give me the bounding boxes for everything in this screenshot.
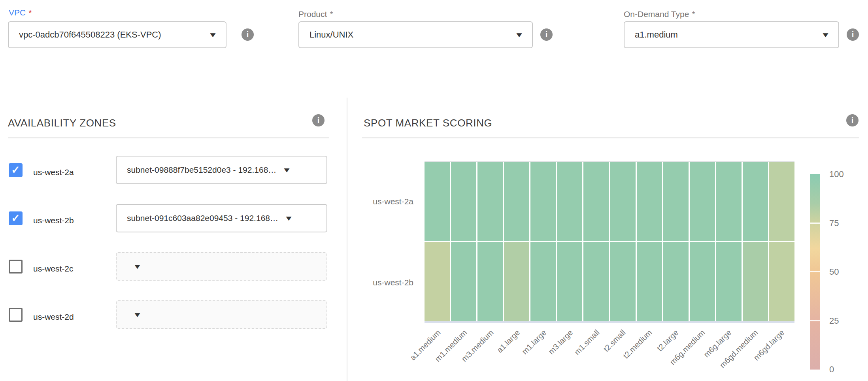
x-axis-label: t2.medium — [600, 328, 654, 381]
heatmap-cell[interactable] — [610, 162, 635, 241]
subnet-select-us-west-2a[interactable]: subnet-09888f7be5152d0e3 - 192.168… ▼ — [116, 156, 327, 184]
spot-configuration-page: VPC* vpc-0adcb70f645508223 (EKS-VPC) ▼ i… — [0, 0, 868, 381]
x-axis-label: a1.large — [468, 328, 522, 381]
heatmap-cell[interactable] — [769, 162, 794, 241]
heatmap-cell[interactable] — [690, 242, 715, 321]
heatmap-cell[interactable] — [637, 162, 662, 241]
vpc-label: VPC* — [9, 8, 32, 17]
heatmap-cell[interactable] — [477, 242, 503, 321]
heatmap-cell[interactable] — [610, 242, 635, 321]
heatmap-cell[interactable] — [743, 242, 768, 321]
info-glyph: i — [545, 30, 548, 39]
heatmap-cell[interactable] — [716, 242, 742, 321]
x-axis-label: m3.medium — [442, 328, 495, 381]
on-demand-type-select-value: a1.medium — [635, 30, 815, 40]
product-label: Product* — [298, 9, 333, 19]
heatmap-cell[interactable] — [504, 242, 529, 321]
subnet-select-us-west-2b[interactable]: subnet-091c603aa82e09453 - 192.168… ▼ — [116, 204, 327, 232]
x-axis-label: m3.large — [521, 328, 574, 381]
x-axis-label: t2.large — [626, 328, 680, 381]
heatmap-cell[interactable] — [663, 162, 689, 241]
az-checkbox-us-west-2a[interactable]: ✓ — [9, 163, 23, 177]
on-demand-type-info-icon[interactable]: i — [847, 28, 859, 41]
heatmap-cell[interactable] — [690, 162, 715, 241]
colorbar-tick-line — [810, 320, 820, 321]
product-label-text: Product — [298, 9, 327, 19]
x-axis-label: m1.large — [494, 328, 548, 381]
x-axis-label: a1.medium — [389, 328, 442, 381]
heatmap-cell[interactable] — [451, 242, 476, 321]
spot-market-scoring-info-icon[interactable]: i — [846, 114, 859, 126]
chevron-down-icon: ▼ — [133, 311, 142, 318]
heatmap-cell[interactable] — [743, 162, 768, 241]
heatmap-cell[interactable] — [530, 242, 556, 321]
on-demand-required-asterisk: * — [692, 9, 695, 19]
product-info-icon[interactable]: i — [540, 28, 553, 41]
heatmap-y-axis: us-west-2aus-west-2b — [348, 161, 413, 323]
chevron-down-icon: ▼ — [133, 263, 142, 270]
heatmap-cell[interactable] — [716, 162, 742, 241]
heatmap-cell[interactable] — [663, 242, 689, 321]
colorbar-tick-label: 0 — [829, 364, 834, 375]
info-glyph: i — [851, 116, 854, 125]
heatmap-cell[interactable] — [425, 242, 450, 321]
vpc-info-icon[interactable]: i — [242, 28, 254, 41]
az-checkbox-us-west-2c[interactable] — [9, 260, 23, 273]
availability-zones-rule — [8, 138, 329, 138]
heatmap-cell[interactable] — [637, 242, 662, 321]
y-axis-label: us-west-2a — [373, 197, 413, 206]
checkmark-icon: ✓ — [11, 213, 20, 224]
colorbar-tick-line — [810, 223, 820, 224]
x-axis-label: m6gd.medium — [706, 328, 759, 381]
colorbar-tick-line — [810, 271, 820, 272]
product-required-asterisk: * — [330, 9, 333, 19]
chevron-down-icon: ▼ — [515, 32, 524, 38]
heatmap-cell[interactable] — [583, 242, 609, 321]
info-glyph: i — [317, 116, 320, 125]
subnet-select-value: subnet-09888f7be5152d0e3 - 192.168… — [127, 165, 276, 175]
heatmap-cell[interactable] — [557, 162, 582, 241]
az-label-us-west-2c: us-west-2c — [33, 264, 74, 273]
vpc-select[interactable]: vpc-0adcb70f645508223 (EKS-VPC) ▼ — [8, 21, 226, 48]
x-axis-label: m6gd.large — [732, 328, 786, 381]
vpc-label-text: VPC — [9, 8, 26, 17]
availability-zones-title: AVAILABILITY ZONES — [8, 117, 116, 129]
az-checkbox-us-west-2b[interactable]: ✓ — [9, 211, 23, 225]
heatmap-cell[interactable] — [769, 242, 794, 321]
on-demand-type-select[interactable]: a1.medium ▼ — [624, 21, 839, 48]
chevron-down-icon: ▼ — [208, 32, 218, 38]
on-demand-type-label-text: On-Demand Type — [624, 9, 689, 19]
spot-market-scoring-title: SPOT MARKET SCORING — [364, 117, 492, 129]
chevron-down-icon: ▼ — [284, 215, 294, 222]
heatmap-cell[interactable] — [425, 162, 450, 241]
chevron-down-icon: ▼ — [821, 32, 830, 38]
heatmap-cell[interactable] — [477, 162, 503, 241]
heatmap-cell[interactable] — [557, 242, 582, 321]
heatmap-x-axis: a1.mediumm1.mediumm3.mediuma1.largem1.la… — [425, 325, 794, 381]
product-select[interactable]: Linux/UNIX ▼ — [298, 21, 533, 48]
subnet-select-us-west-2c[interactable]: ▼ — [116, 252, 327, 281]
subnet-select-us-west-2d[interactable]: ▼ — [116, 300, 327, 329]
az-checkbox-us-west-2d[interactable] — [9, 308, 23, 322]
az-label-us-west-2d: us-west-2d — [33, 312, 74, 322]
az-label-us-west-2a: us-west-2a — [33, 168, 74, 177]
colorbar-tick-label: 75 — [829, 218, 839, 228]
vpc-select-value: vpc-0adcb70f645508223 (EKS-VPC) — [19, 30, 202, 40]
heatmap-cell[interactable] — [583, 162, 609, 241]
vpc-required-asterisk: * — [28, 8, 32, 17]
checkmark-icon: ✓ — [11, 165, 20, 175]
section-divider — [347, 98, 347, 381]
az-label-us-west-2b: us-west-2b — [33, 216, 74, 225]
availability-zones-info-icon[interactable]: i — [312, 114, 325, 126]
x-axis-label: m1.medium — [415, 328, 469, 381]
subnet-select-value: subnet-091c603aa82e09453 - 192.168… — [127, 213, 278, 223]
colorbar-tick-label: 50 — [829, 267, 839, 277]
heatmap-cell[interactable] — [530, 162, 556, 241]
heatmap-cell[interactable] — [504, 162, 529, 241]
colorbar-tick-label: 25 — [829, 316, 839, 326]
product-select-value: Linux/UNIX — [309, 30, 509, 40]
colorbar-tick-label: 100 — [829, 169, 844, 179]
heatmap-cell[interactable] — [451, 162, 476, 241]
info-glyph: i — [852, 30, 854, 39]
chevron-down-icon: ▼ — [282, 167, 292, 174]
